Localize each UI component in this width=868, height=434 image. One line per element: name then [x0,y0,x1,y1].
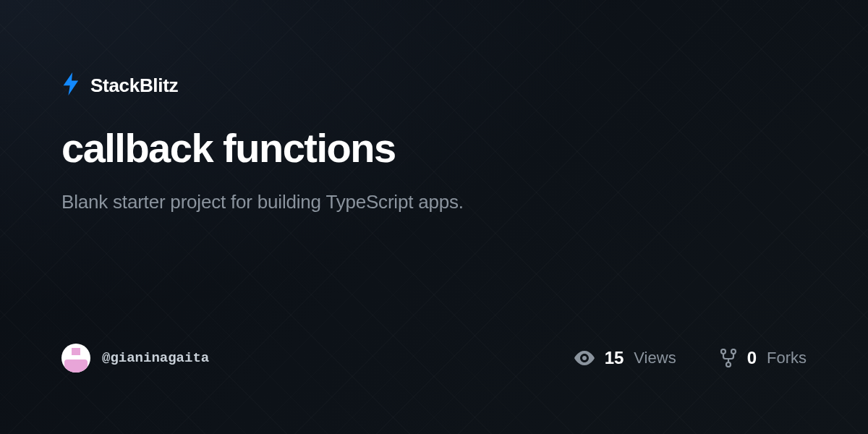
svg-point-0 [721,349,726,354]
project-description: Blank starter project for building TypeS… [61,191,807,213]
brand-name: StackBlitz [90,75,178,97]
forks-label: Forks [767,349,807,367]
views-count: 15 [605,348,624,368]
forks-stat: 0 Forks [720,348,807,368]
lightning-bolt-icon [61,72,82,98]
stats-group: 15 Views 0 Forks [574,348,807,368]
svg-point-1 [731,349,736,354]
forks-count: 0 [747,348,757,368]
eye-icon [574,351,595,365]
footer-row: @gianinagaita 15 Views [61,344,807,373]
brand-logo: StackBlitz [61,72,807,98]
avatar [61,344,90,373]
views-stat: 15 Views [574,348,676,368]
card-container: StackBlitz callback functions Blank star… [0,0,868,434]
author-block[interactable]: @gianinagaita [61,344,209,373]
svg-point-2 [726,362,731,367]
project-title: callback functions [61,126,807,171]
views-label: Views [634,349,676,367]
fork-icon [720,349,737,367]
author-username: @gianinagaita [102,350,209,366]
